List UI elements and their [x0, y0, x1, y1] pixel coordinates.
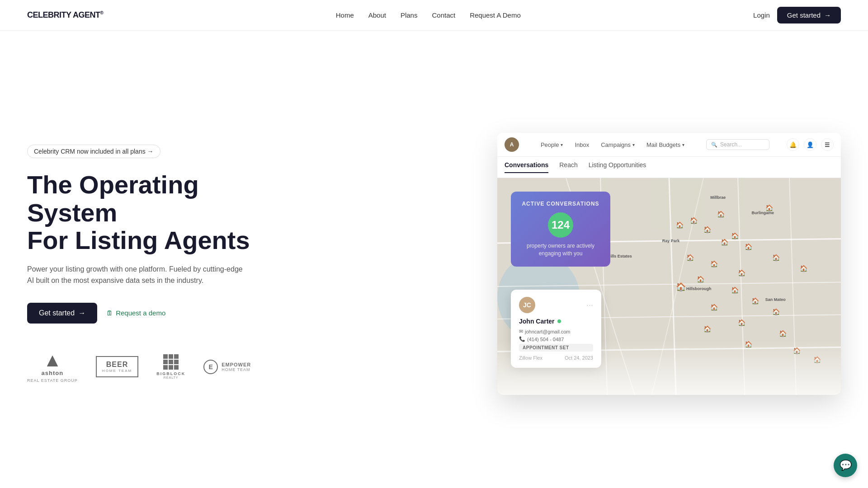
- menu-icon[interactable]: ☰: [821, 138, 834, 151]
- house-icon: 🏠: [793, 347, 801, 354]
- notifications-icon[interactable]: 🔔: [787, 138, 799, 151]
- active-conv-count: 124: [548, 212, 573, 238]
- house-icon: 🏠: [745, 243, 752, 250]
- map-label-san-mateo: San Mateo: [765, 297, 786, 302]
- house-icon: 🏠: [721, 239, 728, 246]
- subtab-conversations[interactable]: Conversations: [505, 161, 548, 173]
- house-icon: 🏠: [703, 226, 711, 233]
- contact-card-header: JC ···: [519, 297, 593, 313]
- house-icon: 🏠: [772, 254, 780, 261]
- house-icon: 🏠: [813, 356, 821, 363]
- contact-online-indicator: [557, 319, 561, 323]
- chat-icon: 💬: [840, 460, 852, 471]
- contact-more-icon[interactable]: ···: [586, 300, 593, 310]
- nav-home[interactable]: Home: [336, 11, 354, 19]
- contact-email: ✉ johncart@gmail.com: [519, 328, 593, 334]
- contact-card: JC ··· John Carter ✉ johncart@gmail.com …: [511, 290, 601, 368]
- house-icon: 🏠: [710, 260, 718, 267]
- house-icon: 🏠: [731, 232, 739, 239]
- house-icon: 🏠: [686, 254, 694, 261]
- map-label-ray-park: Ray Park: [662, 239, 680, 243]
- hero-actions: Get started → 🗓 Request a demo: [27, 303, 280, 324]
- house-icon: 🏠: [745, 341, 752, 348]
- nav-contact[interactable]: Contact: [432, 11, 455, 19]
- house-icon: 🏠: [703, 325, 711, 333]
- app-tab-people[interactable]: People ▾: [536, 140, 567, 150]
- nav-about[interactable]: About: [368, 11, 386, 19]
- nav-request-demo[interactable]: Request A Demo: [470, 11, 521, 19]
- nav-links: Home About Plans Contact Request A Demo: [336, 11, 521, 19]
- app-tab-campaigns[interactable]: Campaigns ▾: [596, 140, 639, 150]
- active-conv-desc: property owners are actively engaging wi…: [522, 242, 599, 258]
- house-icon: 🏠: [779, 330, 787, 337]
- empowerhome-logo: E EMPOWER HOME TEAM: [203, 360, 251, 374]
- hero-subtitle: Power your listing growth with one platf…: [27, 263, 280, 286]
- hero-section: Celebrity CRM now included in all plans …: [0, 31, 868, 488]
- nav-plans[interactable]: Plans: [401, 11, 418, 19]
- map-label-hillsborough: Hillsborough: [686, 286, 712, 291]
- hero-get-started-button[interactable]: Get started →: [27, 303, 97, 324]
- ashton-logo: ▲ ashton REAL ESTATE GROUP: [27, 351, 78, 383]
- house-icon: 🏠: [800, 265, 807, 272]
- house-icon: 🏠: [738, 269, 745, 277]
- house-icon: 🏠: [676, 282, 686, 292]
- user-profile-icon[interactable]: 👤: [804, 138, 816, 151]
- nav-get-started-button[interactable]: Get started →: [777, 7, 841, 23]
- app-action-icons: 🔔 👤 ☰: [787, 138, 834, 151]
- app-tab-mail-budgets[interactable]: Mail Budgets ▾: [642, 140, 689, 150]
- map-label-mills-estates: Mills Estates: [607, 254, 632, 258]
- house-icon: 🏠: [772, 308, 780, 315]
- house-icon: 🏠: [731, 286, 739, 294]
- app-subtabs: Conversations Reach Listing Opportunitie…: [497, 157, 841, 178]
- map-label-millbrae: Millbrae: [710, 195, 726, 200]
- beer-logo: BEER HOME TEAM: [96, 356, 138, 377]
- chevron-down-icon: ▾: [632, 142, 635, 147]
- nav-actions: Login Get started →: [753, 7, 841, 23]
- app-mockup: A People ▾ Inbox Campaigns ▾ Mail Budget…: [497, 133, 841, 395]
- partner-logos: ▲ ashton REAL ESTATE GROUP BEER HOME TEA…: [27, 351, 280, 383]
- app-mockup-container: A People ▾ Inbox Campaigns ▾ Mail Budget…: [497, 133, 841, 395]
- site-logo[interactable]: CELEBRITY AGENT®: [27, 10, 103, 20]
- app-user-avatar: A: [505, 137, 519, 152]
- request-demo-link[interactable]: 🗓 Request a demo: [106, 309, 165, 317]
- app-map-area: Millbrae Burlingame Hillsborough San Mat…: [497, 178, 841, 395]
- contact-avatar: JC: [519, 297, 535, 313]
- subtab-reach[interactable]: Reach: [559, 161, 577, 173]
- chat-button[interactable]: 💬: [834, 454, 857, 477]
- crm-badge[interactable]: Celebrity CRM now included in all plans …: [27, 145, 160, 158]
- house-icon: 🏠: [765, 204, 773, 211]
- hero-left: Celebrity CRM now included in all plans …: [27, 145, 280, 383]
- arrow-icon: →: [78, 309, 85, 317]
- contact-name: John Carter: [519, 318, 555, 325]
- arrow-icon: →: [824, 11, 831, 19]
- bigblock-logo: BIGBLOCK REALTY: [156, 354, 185, 379]
- active-conversations-card: ACTIVE CONVERSATIONS 124 property owners…: [511, 192, 610, 267]
- active-conv-title: ACTIVE CONVERSATIONS: [522, 201, 599, 207]
- house-icon: 🏠: [738, 319, 745, 326]
- house-icon: 🏠: [717, 211, 725, 218]
- house-icon: 🏠: [676, 221, 684, 229]
- house-icon: 🏠: [710, 304, 718, 311]
- subtab-listing-opportunities[interactable]: Listing Opportunities: [589, 161, 646, 173]
- contact-source: Zillow Flex Oct 24, 2023: [519, 355, 593, 361]
- chevron-down-icon: ▾: [561, 142, 563, 147]
- contact-name-row: John Carter: [519, 318, 593, 325]
- calendar-icon: 🗓: [106, 309, 113, 317]
- phone-icon: 📞: [519, 336, 525, 342]
- appointment-badge: APPOINTMENT SET: [519, 344, 593, 352]
- house-icon: 🏠: [690, 217, 698, 224]
- app-topbar: A People ▾ Inbox Campaigns ▾ Mail Budget…: [497, 133, 841, 157]
- house-icon: 🏠: [751, 297, 759, 305]
- house-icon: 🏠: [697, 276, 704, 283]
- email-icon: ✉: [519, 328, 523, 334]
- search-icon: 🔍: [711, 142, 717, 148]
- chevron-down-icon: ▾: [682, 142, 684, 147]
- hero-title: The Operating System For Listing Agents: [27, 171, 280, 254]
- app-tab-inbox[interactable]: Inbox: [570, 140, 594, 150]
- login-button[interactable]: Login: [753, 11, 770, 19]
- navbar: CELEBRITY AGENT® Home About Plans Contac…: [0, 0, 868, 31]
- contact-phone: 📞 (414) 504 - 0487: [519, 336, 593, 342]
- app-search[interactable]: 🔍 Search...: [706, 139, 769, 150]
- app-nav-tabs: People ▾ Inbox Campaigns ▾ Mail Budgets …: [536, 140, 689, 150]
